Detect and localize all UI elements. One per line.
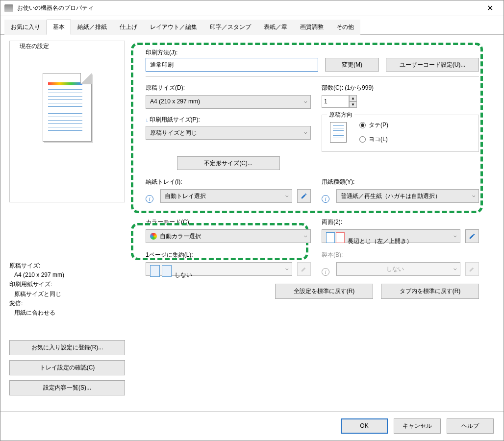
duplex-label: 両面(2): [322,218,479,226]
sidebar-buttons: お気に入り設定に登録(R)... トレイ設定の確認(C) 設定内容一覧(S)..… [9,340,125,405]
booklet-edit-button [465,262,479,276]
help-button[interactable]: ヘルプ [447,418,494,434]
tray-check-button[interactable]: トレイ設定の確認(C) [9,360,125,375]
tab-stamp[interactable]: 印字／スタンプ [203,20,257,35]
color-mode-label: カラーモード(C): [146,218,311,226]
titlebar: お使いの機器名のプロパティ ✕ [0,0,504,16]
paper-type-label: 用紙種類(Y): [322,178,479,186]
orientation-legend: 原稿方向 [327,111,354,119]
orientation-portrait-radio[interactable]: タテ(P) [359,121,388,129]
settings-summary: 原稿サイズ: A4 (210 x 297 mm) 印刷用紙サイズ: 原稿サイズと… [9,261,125,318]
main-panel: 印刷方法(J): 通常印刷 変更(M) ユーザーコード設定(U)... 原稿サイ… [130,41,495,405]
doc-size-label: 原稿サイズ(D): [146,84,311,92]
nup-label: 1ページに集約(L): [146,251,311,259]
window-title: お使いの機器名のプロパティ [17,4,480,12]
reset-tab-button[interactable]: タブ内を標準に戻す(R) [381,284,479,299]
summary-doc-size-label: 原稿サイズ: [9,261,125,270]
info-icon: i [322,268,329,276]
color-mode-select[interactable]: 自動カラー選択 [146,229,311,243]
tab-basic[interactable]: 基本 [47,20,71,35]
tab-quality[interactable]: 画質調整 [294,20,330,35]
custom-size-button[interactable]: 不定形サイズ(C)... [177,156,280,170]
duplex-edit-button[interactable] [465,229,479,243]
doc-size-select[interactable]: A4 (210 x 297 mm) [146,95,311,109]
dialog-footer: OK キャンセル ヘルプ [0,411,504,441]
orientation-landscape-radio[interactable]: ヨコ(L) [359,135,388,144]
paper-size-select[interactable]: 原稿サイズと同じ [146,126,311,140]
summary-doc-size-value: A4 (210 x 297 mm) [9,270,125,280]
info-icon[interactable]: i [146,195,153,203]
copies-spinner[interactable]: ▲▼ [322,95,479,108]
copies-up[interactable]: ▲ [349,95,357,101]
tab-cover[interactable]: 表紙／章 [257,20,294,35]
change-button[interactable]: 変更(M) [325,58,379,72]
copies-down[interactable]: ▼ [349,101,357,108]
settings-list-button[interactable]: 設定内容一覧(S)... [9,380,125,395]
ok-button[interactable]: OK [341,418,388,434]
nup-icon [150,265,172,277]
tab-other[interactable]: その他 [330,20,360,35]
tab-layout[interactable]: レイアウト／編集 [144,20,203,35]
arrow-down-icon: ↓ [146,117,149,122]
print-method-input[interactable]: 通常印刷 [146,58,318,72]
paper-type-select[interactable]: 普通紙／再生紙（ハガキは自動選択） [336,189,479,203]
sidebar: 現在の設定 原稿サイズ: A4 (210 x 297 mm) 印刷用紙サイズ: … [9,41,125,405]
current-settings-label: 現在の設定 [18,42,51,50]
booklet-select: しない [336,262,460,276]
duplex-select[interactable]: 長辺とじ（左／上開き） [322,229,460,243]
usercode-button[interactable]: ユーザーコード設定(U)... [386,58,479,72]
summary-zoom-value: 用紙に合わせる [9,308,125,318]
tray-edit-button[interactable] [297,189,311,203]
duplex-icon [326,232,345,243]
color-wheel-icon [150,233,157,240]
page-preview [14,53,121,161]
tray-label: 給紙トレイ(I): [146,178,311,186]
info-icon[interactable]: i [322,195,329,203]
reset-all-button[interactable]: 全設定を標準に戻す(R) [275,284,373,299]
copies-input[interactable] [322,95,349,108]
summary-paper-size-label: 印刷用紙サイズ: [9,280,125,289]
copies-label: 部数(C): (1から999) [322,84,479,92]
nup-edit-button [297,262,311,276]
tab-bar: お気に入り 基本 給紙／排紙 仕上げ レイアウト／編集 印字／スタンプ 表紙／章… [0,16,504,35]
cancel-button[interactable]: キャンセル [394,418,441,434]
properties-dialog: お使いの機器名のプロパティ ✕ お気に入り 基本 給紙／排紙 仕上げ レイアウト… [0,0,504,441]
nup-select[interactable]: しない [146,262,292,276]
paper-size-label: 印刷用紙サイズ(P): [150,116,200,123]
tab-favorites[interactable]: お気に入り [4,20,47,35]
tab-paper-feed[interactable]: 給紙／排紙 [71,20,113,35]
orientation-preview-icon [330,122,347,143]
tray-select[interactable]: 自動トレイ選択 [160,189,292,203]
summary-zoom-label: 変倍: [9,299,125,308]
print-method-label: 印刷方法(J): [146,49,479,57]
close-button[interactable]: ✕ [480,3,500,13]
tab-finishing[interactable]: 仕上げ [113,20,144,35]
content-area: 現在の設定 原稿サイズ: A4 (210 x 297 mm) 印刷用紙サイズ: … [0,35,504,411]
register-favorite-button[interactable]: お気に入り設定に登録(R)... [9,340,125,355]
summary-paper-size-value: 原稿サイズと同じ [9,290,125,299]
booklet-label: 製本(B): [322,251,479,259]
printer-icon [4,4,13,12]
